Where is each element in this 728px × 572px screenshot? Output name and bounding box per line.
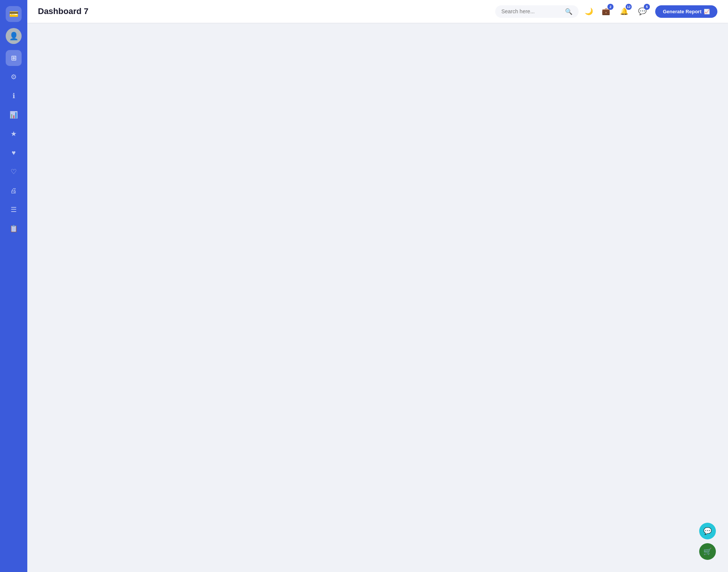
sidebar-item-heart[interactable]: ♥ (6, 145, 22, 161)
header-icons: 💼 2 🔔 12 💬 5 (599, 5, 649, 18)
chat-icon-btn[interactable]: 💬 5 (635, 5, 649, 18)
sidebar: 💳 👤 ⊞ ⚙ ℹ 📊 ★ ♥ ♡ 🖨 ☰ 📋 (0, 0, 27, 572)
sidebar-item-heart-outline[interactable]: ♡ (6, 164, 22, 180)
chart-icon: 📈 (704, 9, 710, 14)
bell-badge: 12 (626, 4, 632, 10)
search-input[interactable] (501, 8, 562, 14)
cart-float-button[interactable]: 🛒 (699, 543, 716, 560)
sidebar-item-star[interactable]: ★ (6, 126, 22, 142)
theme-toggle-icon[interactable]: 🌙 (585, 7, 593, 16)
wallet-badge: 2 (607, 4, 613, 10)
content-area (27, 23, 728, 572)
sidebar-item-info[interactable]: ℹ (6, 88, 22, 104)
sidebar-logo: 💳 (6, 6, 22, 22)
sidebar-item-analytics[interactable]: 📊 (6, 107, 22, 123)
wallet-icon-btn[interactable]: 💼 2 (599, 5, 613, 18)
float-buttons: 💬 🛒 (699, 523, 716, 560)
main-area: Dashboard 7 🔍 🌙 💼 2 🔔 12 💬 5 Generate Re… (27, 0, 728, 572)
search-icon: 🔍 (565, 8, 573, 15)
bell-icon-btn[interactable]: 🔔 12 (617, 5, 631, 18)
header: Dashboard 7 🔍 🌙 💼 2 🔔 12 💬 5 Generate Re… (27, 0, 728, 23)
sidebar-item-settings[interactable]: ⚙ (6, 69, 22, 85)
page-title: Dashboard 7 (38, 6, 489, 16)
sidebar-item-menu[interactable]: ☰ (6, 202, 22, 218)
chat-badge: 5 (644, 4, 650, 10)
search-box[interactable]: 🔍 (495, 5, 579, 18)
user-avatar[interactable]: 👤 (6, 28, 22, 44)
support-float-button[interactable]: 💬 (699, 523, 716, 539)
generate-report-button[interactable]: Generate Report 📈 (655, 5, 717, 18)
sidebar-item-print[interactable]: 🖨 (6, 183, 22, 199)
sidebar-item-list[interactable]: 📋 (6, 221, 22, 237)
sidebar-item-dashboard[interactable]: ⊞ (6, 50, 22, 66)
